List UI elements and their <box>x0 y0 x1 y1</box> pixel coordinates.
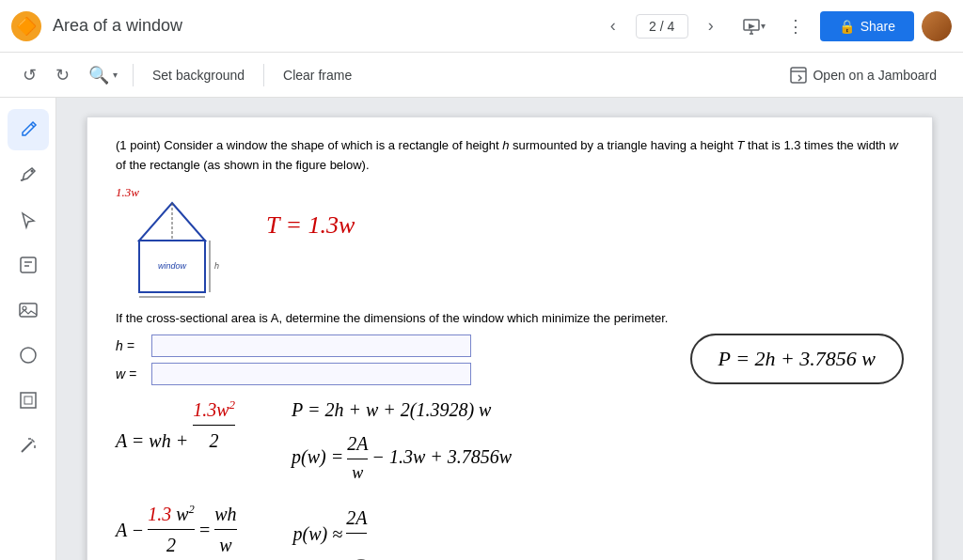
window-diagram: window h w <box>116 198 229 302</box>
redo-button[interactable]: ↻ <box>48 58 77 92</box>
t-equation: T = 1.3w <box>266 211 355 239</box>
user-avatar[interactable] <box>922 11 952 41</box>
present-dropdown-icon: ▾ <box>761 21 766 31</box>
frame-tool-button[interactable] <box>8 380 49 421</box>
h-label: h = <box>116 338 144 353</box>
navigation-area: ‹ 2 / 4 › <box>598 11 726 41</box>
toolbar: ↺ ↻ 🔍 ▾ Set background Clear frame Open … <box>0 53 963 98</box>
share-button[interactable]: 🔒 Share <box>820 11 914 41</box>
h-input[interactable] <box>151 334 471 357</box>
svg-rect-9 <box>24 397 32 404</box>
w-label: w = <box>116 366 144 381</box>
canvas-area[interactable]: (1 point) Consider a window the shape of… <box>56 98 963 560</box>
page-indicator: 2 / 4 <box>636 14 688 39</box>
svg-rect-8 <box>21 393 36 408</box>
redo-icon: ↻ <box>55 65 70 86</box>
svg-text:w: w <box>167 299 174 302</box>
zoom-icon: 🔍 <box>88 65 109 86</box>
share-label: Share <box>860 19 895 34</box>
svg-marker-1 <box>749 23 755 29</box>
present-button[interactable]: ▾ <box>737 9 771 43</box>
nav-next-button[interactable]: › <box>696 11 726 41</box>
open-jamboard-button[interactable]: Open on a Jamboard <box>779 58 948 92</box>
open-jamboard-label: Open on a Jamboard <box>813 68 937 83</box>
logo: 🔶 <box>11 11 41 41</box>
right-actions: ▾ ⋮ 🔒 Share <box>737 9 952 43</box>
slide-canvas: (1 point) Consider a window the shape of… <box>87 117 933 560</box>
w-input[interactable] <box>151 363 471 385</box>
cross-section-text: If the cross-sectional area is A, determ… <box>116 311 904 325</box>
cursor-tool-button[interactable] <box>8 199 49 241</box>
math-area-eq: A = wh + 1.3w2 2 <box>116 395 235 456</box>
main-content: (1 point) Consider a window the shape of… <box>0 98 963 560</box>
annotation-13w: 1.3w <box>116 185 139 199</box>
circled-formula: P = 2h + 3.7856 w <box>690 334 904 384</box>
undo-icon: ↺ <box>23 65 37 86</box>
math-perimeter-eq: P = 2h + w + 2(1.3928) w p(w) = 2A w − 1… <box>292 395 512 487</box>
svg-point-3 <box>30 170 33 173</box>
lock-icon: 🔒 <box>839 19 855 34</box>
toolbar-separator-2 <box>263 64 264 86</box>
zoom-button[interactable]: 🔍 ▾ <box>81 58 125 92</box>
zoom-dropdown-icon: ▾ <box>113 70 118 80</box>
toolbar-separator-1 <box>133 64 134 86</box>
problem-statement: (1 point) Consider a window the shape of… <box>116 138 898 172</box>
svg-text:h: h <box>214 261 219 271</box>
laser-tool-button[interactable] <box>8 425 49 466</box>
svg-text:window: window <box>158 261 187 271</box>
avatar-image <box>922 11 952 41</box>
undo-button[interactable]: ↺ <box>15 58 44 92</box>
note-tool-button[interactable] <box>8 244 49 286</box>
shape-tool-button[interactable] <box>8 334 49 376</box>
more-options-button[interactable]: ⋮ <box>779 9 813 43</box>
problem-text: (1 point) Consider a window the shape of… <box>116 136 904 176</box>
math-area-eq2: A − 1.3 w2 2 = wh w <box>116 499 237 560</box>
svg-point-7 <box>21 348 36 363</box>
clear-frame-button[interactable]: Clear frame <box>272 58 363 92</box>
math-work-area: A = wh + 1.3w2 2 P = 2h + w + 2(1.3928) … <box>116 395 904 560</box>
image-tool-button[interactable] <box>8 289 49 331</box>
logo-icon: 🔶 <box>16 16 37 37</box>
svg-rect-4 <box>21 257 36 272</box>
pen-tool-button[interactable] <box>8 154 49 195</box>
top-bar: 🔶 Area of a window ‹ 2 / 4 › ▾ ⋮ 🔒 Share <box>0 0 963 53</box>
nav-prev-button[interactable]: ‹ <box>598 11 628 41</box>
set-background-button[interactable]: Set background <box>141 58 256 92</box>
handwritten-equation: T = 1.3w <box>266 211 355 240</box>
app-title: Area of a window <box>53 16 587 36</box>
pencil-tool-button[interactable] <box>8 109 49 150</box>
math-pw-eq: p(w) ≈ 2A <box>293 503 378 560</box>
left-sidebar <box>0 98 56 560</box>
svg-rect-5 <box>20 303 37 317</box>
